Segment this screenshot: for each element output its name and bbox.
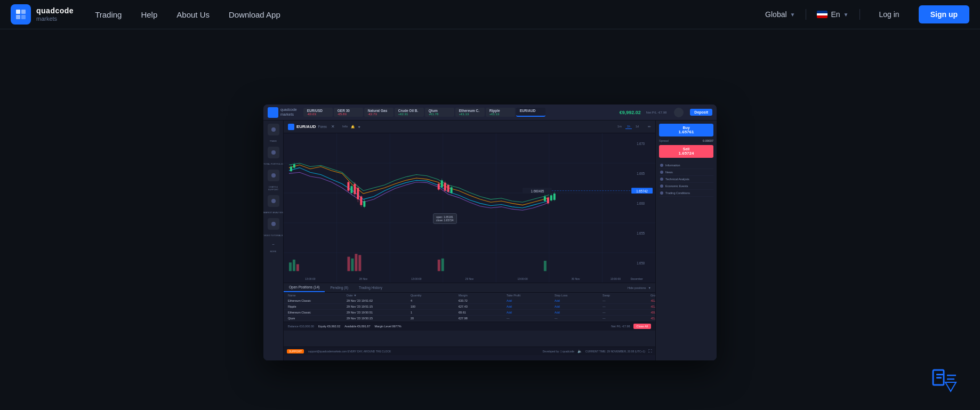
- platform-balance: €9,992.02: [620, 110, 641, 115]
- main-header: quadcode markets Trading Help About Us D…: [0, 0, 980, 29]
- global-selector[interactable]: Global ▼: [765, 10, 795, 19]
- td-add-2[interactable]: Add: [507, 311, 533, 314]
- sidebar-portfolio-icon[interactable]: [268, 147, 279, 158]
- global-label: Global: [765, 10, 786, 19]
- bell-icon[interactable]: 🔔: [351, 125, 355, 128]
- right-menu-information[interactable]: Information: [659, 162, 713, 169]
- right-menu-economic[interactable]: Economic Events: [659, 183, 713, 190]
- tab-pending[interactable]: Pending (8): [325, 283, 354, 292]
- td-add-0[interactable]: Add: [507, 299, 533, 302]
- signup-button[interactable]: Sign up: [919, 5, 969, 23]
- platform-sidebar: TRADE TOTAL PORTFOLIO CHATS & SUPPORT MA…: [263, 120, 284, 360]
- header-right: Global ▼ En ▼ Log in Sign up: [765, 5, 969, 23]
- instrument-tab-ripple[interactable]: Ripple +€1.13: [486, 108, 515, 117]
- td-qty-2: 1: [411, 311, 437, 314]
- td-add-1[interactable]: Add: [507, 305, 533, 308]
- economic-icon: [660, 184, 663, 188]
- instrument-tab-eth-classic[interactable]: Ethereum C. +€1.13: [455, 108, 485, 117]
- close-all-button[interactable]: Close All: [633, 324, 651, 329]
- drawing-tools[interactable]: ✏: [648, 125, 651, 129]
- status-time: CURRENT TIME: 29 NOVEMBER, 20:08 (UTC+1): [585, 350, 645, 353]
- instrument-selector[interactable]: EUR/AUD Forex: [288, 124, 327, 130]
- balance-label: Balance €10,000.00: [288, 325, 314, 328]
- time-1d[interactable]: 1d: [634, 124, 640, 129]
- svg-text:1.665: 1.665: [637, 171, 645, 175]
- star-icon[interactable]: ★: [358, 125, 360, 128]
- td-gross-2: -€0.34: [650, 311, 655, 314]
- portfolio-label: TOTAL PORTFOLIO: [263, 163, 283, 165]
- deposit-button[interactable]: Deposit: [690, 109, 712, 116]
- td-date-3: 29 Nov '23 19:50:15: [347, 317, 389, 320]
- th-date: Date ▼: [347, 294, 389, 297]
- nav-trading[interactable]: Trading: [95, 10, 122, 19]
- platform-logo-text: quadcode markets: [280, 108, 297, 117]
- summary-row: Balance €10,000.00 Equity €9,992.02 Avai…: [284, 321, 655, 331]
- instrument-tab-ger30[interactable]: GER 30 -€5.83: [334, 108, 363, 117]
- logo[interactable]: quadcode markets: [11, 4, 74, 25]
- svg-text:1.660: 1.660: [637, 201, 645, 205]
- table-tabs: Open Positions (14) Pending (8) Trading …: [284, 283, 655, 293]
- svg-rect-65: [347, 257, 350, 271]
- fullscreen-icon[interactable]: ⛶: [648, 349, 652, 353]
- svg-text:13:00:00: 13:00:00: [411, 277, 421, 280]
- right-menu-trading-cond[interactable]: Trading Conditions: [659, 190, 713, 197]
- table-row[interactable]: Qtum 29 Nov '23 19:50:15 20 €27.98 — — —…: [284, 316, 655, 321]
- instrument-tab-eurusd[interactable]: EUR/USD -€0.03: [303, 108, 333, 117]
- td-add-sl-0[interactable]: Add: [555, 299, 581, 302]
- chevron-down-icon-lang: ▼: [844, 12, 849, 18]
- td-swap-0: —: [603, 299, 629, 302]
- developed-by: Developed by ⬡ quadcode: [543, 350, 574, 353]
- instrument-tab-crude[interactable]: Crude Oil B. +€2.31: [395, 108, 424, 117]
- th-stop-loss: Stop Loss: [555, 294, 581, 297]
- more-label[interactable]: •••: [272, 243, 274, 246]
- table-row[interactable]: Ethereum Classic 29 Nov '23 19:51:02 4 €…: [284, 298, 655, 304]
- platform-body: TRADE TOTAL PORTFOLIO CHATS & SUPPORT MA…: [263, 120, 717, 360]
- info-tab[interactable]: Info: [342, 125, 348, 128]
- chart-tooltip: open: 1.65181 close: 1.65724: [433, 213, 457, 224]
- close-chart-button[interactable]: ✕: [331, 124, 335, 129]
- sidebar-chat-icon[interactable]: [268, 170, 279, 181]
- right-menu-news[interactable]: News: [659, 169, 713, 176]
- sidebar-analysis-icon[interactable]: [268, 195, 279, 207]
- right-menu-technical[interactable]: Technical Analysis: [659, 176, 713, 183]
- buy-button[interactable]: Buy 1.65761: [659, 124, 713, 136]
- sell-button[interactable]: Sell 1.65724: [659, 145, 713, 158]
- nav-download[interactable]: Download App: [229, 10, 280, 19]
- chevron-down-icon: ▼: [790, 12, 796, 18]
- available-label: Available €9,891.87: [344, 325, 370, 328]
- instrument-tab-natgas[interactable]: Natural Gas -€2.73: [364, 108, 393, 117]
- td-margin-1: €27.43: [459, 305, 485, 308]
- td-qty-0: 4: [411, 299, 437, 302]
- td-swap-1: —: [603, 305, 629, 308]
- svg-rect-2: [16, 15, 20, 19]
- lang-selector[interactable]: En ▼: [817, 10, 848, 19]
- instrument-tab-qtum[interactable]: Qtum +€1.78: [425, 108, 454, 117]
- table-row[interactable]: Ethereum Classic 29 Nov '23 19:50:51 1 €…: [284, 310, 655, 316]
- right-panel: Buy 1.65761 Spread 0.00037 Sell 1.65724: [655, 120, 717, 360]
- time-1h[interactable]: 1h: [625, 124, 632, 129]
- login-button[interactable]: Log in: [871, 6, 908, 23]
- sidebar-video-icon[interactable]: [268, 218, 279, 230]
- svg-rect-78: [936, 374, 944, 375]
- sidebar-trade-icon[interactable]: [268, 124, 279, 135]
- video-label: VIDEO TUTORIALS: [264, 234, 283, 237]
- status-email: support@quadcodemarkets.com EVERY DAY, A…: [308, 350, 391, 353]
- tab-open-positions[interactable]: Open Positions (14): [284, 283, 325, 292]
- analysis-label: MARKET ANALYSIS: [263, 211, 283, 214]
- td-add-sl-2[interactable]: Add: [555, 311, 581, 314]
- sound-icon[interactable]: 🔈: [577, 349, 582, 353]
- separator: [806, 9, 806, 20]
- svg-rect-68: [358, 255, 361, 271]
- td-add-sl-1[interactable]: Add: [555, 305, 581, 308]
- th-gross: Gross P/L: [650, 294, 655, 297]
- tab-trading-history[interactable]: Trading History: [354, 283, 388, 292]
- hide-positions-btn[interactable]: Hide positions ▼: [623, 283, 655, 292]
- logo-icon: [11, 4, 31, 25]
- table-row[interactable]: Ripple 29 Nov '23 19:51:15 100 €27.43 Ad…: [284, 304, 655, 310]
- td-date-0: 29 Nov '23 19:51:02: [347, 299, 389, 302]
- time-1m[interactable]: 1m: [616, 124, 623, 129]
- nav-help[interactable]: Help: [141, 10, 157, 19]
- nav-about[interactable]: About Us: [176, 10, 210, 19]
- instrument-tab-euraud[interactable]: EUR/AUD: [516, 108, 545, 117]
- svg-text:1.660485: 1.660485: [531, 189, 544, 193]
